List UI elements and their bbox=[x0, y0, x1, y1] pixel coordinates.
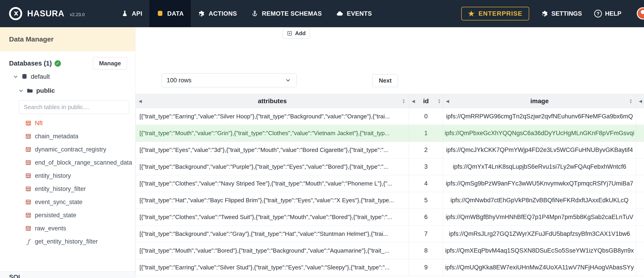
sidebar-table-entity-history[interactable]: entity_history bbox=[0, 169, 135, 182]
settings-label: SETTINGS bbox=[552, 10, 582, 17]
cell-attributes: [{"trait_type":"Earring","value":"Silver… bbox=[136, 108, 409, 125]
grid-header-row: ◀ attributes ▲▼ ◀ id ▲▼ ◀ image ▲▼ ◀ bbox=[136, 94, 644, 108]
cell-partial bbox=[636, 192, 644, 209]
table-icon bbox=[25, 133, 31, 139]
column-header-id[interactable]: ◀ id ▲▼ bbox=[409, 94, 443, 108]
cell-id: 2 bbox=[409, 142, 443, 159]
function-icon: ƒ bbox=[25, 238, 31, 245]
chevron-down-icon[interactable] bbox=[13, 74, 18, 79]
nav-item-data[interactable]: DATA bbox=[150, 0, 191, 27]
cell-id: 6 bbox=[409, 209, 443, 226]
gear-icon bbox=[198, 10, 205, 17]
tree-node-public-schema[interactable]: public bbox=[18, 87, 135, 94]
data-manager-header: Data Manager bbox=[0, 27, 135, 51]
table-icon bbox=[25, 199, 31, 205]
collapse-left-icon[interactable]: ◀ bbox=[446, 99, 449, 103]
nav-item-events[interactable]: EVENTS bbox=[329, 0, 379, 27]
check-icon: ✓ bbox=[54, 60, 61, 67]
nav-item-remote-schemas[interactable]: REMOTE SCHEMAS bbox=[244, 0, 329, 27]
table-row: [{"trait_type":"Hat","value":"Bayc Flipp… bbox=[136, 192, 644, 209]
table-name: dynamic_contract_registry bbox=[35, 146, 106, 153]
cell-id: 3 bbox=[409, 159, 443, 175]
manage-button[interactable]: Manage bbox=[93, 57, 127, 70]
sort-icon[interactable]: ▲▼ bbox=[438, 98, 441, 104]
table-row: [{"trait_type":"Earring","value":"Silver… bbox=[136, 108, 644, 125]
cell-id: 1 bbox=[409, 125, 443, 142]
nav-item-api[interactable]: API bbox=[114, 0, 150, 27]
table-name: entity_history_filter bbox=[35, 186, 86, 193]
add-row-button[interactable]: Add bbox=[282, 28, 310, 39]
database-name: default bbox=[31, 73, 50, 80]
table-icon bbox=[25, 212, 31, 218]
sidebar-table-event-sync-state[interactable]: event_sync_state bbox=[0, 195, 135, 209]
table-icon bbox=[25, 160, 31, 166]
cell-partial bbox=[636, 108, 644, 125]
cell-attributes: [{"trait_type":"Clothes","value":"Navy S… bbox=[136, 175, 409, 192]
sidebar-bottom-section: SQL bbox=[0, 271, 135, 278]
sidebar-table-raw-events[interactable]: raw_events bbox=[0, 222, 135, 235]
sql-section-link[interactable]: SQL bbox=[9, 273, 22, 278]
next-page-button[interactable]: Next bbox=[372, 74, 398, 87]
sidebar-function-get-entity-history-filter[interactable]: ƒ get_entity_history_filter bbox=[0, 235, 135, 248]
navbar-right: ★ ENTERPRISE SETTINGS ? HELP bbox=[461, 0, 644, 27]
data-grid: ◀ attributes ▲▼ ◀ id ▲▼ ◀ image ▲▼ ◀ [{"… bbox=[136, 94, 644, 276]
table-row: [{"trait_type":"Background","value":"Pur… bbox=[136, 159, 644, 175]
nav-item-actions[interactable]: ACTIONS bbox=[191, 0, 244, 27]
rows-select-value: 100 rows bbox=[167, 77, 192, 84]
column-header-image[interactable]: ◀ image ▲▼ bbox=[443, 94, 636, 108]
sidebar-table-dynamic-contract-registry[interactable]: dynamic_contract_registry bbox=[0, 143, 135, 156]
cell-id: 7 bbox=[409, 226, 443, 242]
sort-icon[interactable]: ▲▼ bbox=[402, 98, 405, 104]
help-button[interactable]: ? HELP bbox=[594, 10, 621, 18]
sidebar-table-end-of-block-range-scanned-data[interactable]: end_of_block_range_scanned_data bbox=[0, 156, 135, 169]
cell-id: 5 bbox=[409, 192, 443, 209]
cell-attributes: [{"trait_type":"Eyes","value":"3d"},{"tr… bbox=[136, 142, 409, 159]
nav-item-label: ACTIONS bbox=[208, 10, 237, 17]
nav-item-label: REMOTE SCHEMAS bbox=[262, 10, 322, 17]
tree-node-default-database[interactable]: default bbox=[13, 73, 135, 80]
cell-partial bbox=[636, 125, 644, 142]
collapse-left-icon[interactable]: ◀ bbox=[412, 99, 415, 103]
settings-button[interactable]: SETTINGS bbox=[542, 10, 582, 17]
collapse-left-icon[interactable]: ◀ bbox=[139, 99, 142, 103]
sidebar-title: Data Manager bbox=[9, 35, 54, 43]
table-row: [{"trait_type":"Mouth","value":"Grin"},{… bbox=[136, 125, 644, 142]
user-avatar-icon[interactable] bbox=[635, 0, 644, 27]
help-icon: ? bbox=[594, 10, 602, 18]
cell-partial bbox=[636, 159, 644, 175]
sidebar-table-persisted-state[interactable]: persisted_state bbox=[0, 209, 135, 222]
table-name: raw_events bbox=[35, 225, 66, 232]
sidebar-table-chain-metadata[interactable]: chain_metadata bbox=[0, 130, 135, 143]
sidebar-table-entity-history-filter[interactable]: entity_history_filter bbox=[0, 182, 135, 195]
rows-per-page-select[interactable]: 100 rows bbox=[162, 73, 297, 87]
enterprise-button[interactable]: ★ ENTERPRISE bbox=[461, 7, 529, 20]
column-header-attributes[interactable]: ◀ attributes ▲▼ bbox=[136, 94, 409, 108]
cell-image: ipfs://QmcJYkCKK7QPmYWjp4FD2e3Lv5WCGFuHN… bbox=[443, 142, 636, 159]
column-header-partial[interactable]: ◀ bbox=[636, 94, 644, 108]
nav-item-label: DATA bbox=[167, 10, 184, 17]
brand-name: HASURA bbox=[27, 9, 64, 18]
chevron-down-icon[interactable] bbox=[18, 88, 24, 93]
table-icon bbox=[25, 173, 31, 179]
databases-label: Databases (1) bbox=[9, 60, 52, 67]
cell-image: ipfs://QmPbxeGcXhYQQNgsC6a36dDyYUcHgMLnG… bbox=[443, 125, 636, 142]
hasura-brand[interactable]: HASURA v2.23.0 bbox=[0, 0, 85, 27]
top-navbar: HASURA v2.23.0 API DATA ACTIONS REMOTE bbox=[0, 0, 644, 27]
cell-image: ipfs://QmUQgKka8EW7exiUHnMwZ4UoXA11wV7NF… bbox=[443, 259, 636, 276]
cell-id: 9 bbox=[409, 259, 443, 276]
table-icon bbox=[25, 147, 31, 152]
search-tables-input[interactable] bbox=[19, 100, 129, 114]
cell-attributes: [{"trait_type":"Background","value":"Pur… bbox=[136, 159, 409, 175]
table-row: [{"trait_type":"Eyes","value":"3d"},{"tr… bbox=[136, 142, 644, 159]
sidebar-table-nft[interactable]: Nft bbox=[0, 116, 135, 130]
cell-attributes: [{"trait_type":"Mouth","value":"Bored"},… bbox=[136, 242, 409, 259]
database-icon bbox=[21, 73, 28, 80]
collapse-left-icon[interactable]: ◀ bbox=[639, 99, 642, 103]
table-name: Nft bbox=[35, 120, 43, 127]
table-icon bbox=[25, 186, 31, 192]
folder-icon bbox=[27, 87, 33, 94]
cell-partial bbox=[636, 259, 644, 276]
version-label: v2.23.0 bbox=[70, 12, 85, 17]
table-row: [{"trait_type":"Clothes","value":"Tweed … bbox=[136, 209, 644, 226]
sort-icon[interactable]: ▲▼ bbox=[629, 98, 632, 104]
